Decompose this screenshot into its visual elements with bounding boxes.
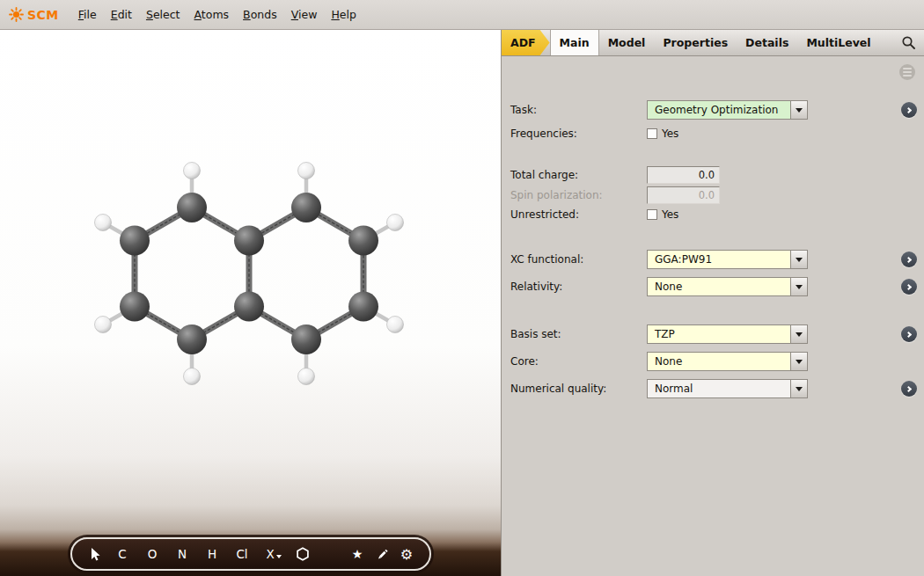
numerical-quality-details-button[interactable]	[901, 381, 917, 397]
xc-functional-select[interactable]: GGA:PW91	[647, 250, 808, 269]
tab-model[interactable]: Model	[599, 30, 655, 55]
chevron-down-icon	[796, 285, 803, 289]
element-button-cl[interactable]: Cl	[229, 543, 255, 565]
atom-H[interactable]	[184, 163, 201, 179]
unrestricted-row: Yes	[647, 208, 678, 222]
adf-tab[interactable]: ADF	[502, 30, 550, 55]
frequencies-row: Yes	[647, 127, 678, 141]
scm-logo-text: SCM	[27, 8, 59, 22]
atom-C[interactable]	[120, 226, 150, 256]
atom-C[interactable]	[120, 292, 150, 322]
element-button-o[interactable]: O	[139, 543, 165, 565]
atom-C[interactable]	[234, 292, 264, 322]
numerical-quality-button[interactable]	[790, 380, 807, 397]
core-button[interactable]	[790, 353, 807, 370]
search-icon	[901, 35, 916, 50]
atom-H[interactable]	[184, 368, 201, 385]
xc-functional-button[interactable]	[790, 251, 807, 268]
menu-edit[interactable]: Edit	[104, 4, 139, 26]
search-button[interactable]	[893, 30, 924, 55]
atom-C[interactable]	[177, 324, 207, 354]
relativity-button[interactable]	[790, 278, 807, 295]
spin-polarization-label: Spin polarization:	[510, 186, 603, 205]
atom-C[interactable]	[291, 324, 321, 354]
frequencies-option-label: Yes	[662, 128, 678, 140]
ring-tool-icon[interactable]	[292, 543, 313, 565]
scm-logo: SCM	[9, 7, 59, 22]
element-button-x[interactable]: X	[259, 543, 289, 565]
task-select-value: Geometry Optimization	[648, 101, 790, 119]
tabbar: ADF Main Model Properties Details MultiL…	[502, 30, 924, 56]
frequencies-checkbox[interactable]	[647, 128, 657, 139]
atom-H[interactable]	[95, 317, 112, 333]
atom-H[interactable]	[387, 317, 404, 333]
chevron-down-icon	[276, 555, 282, 558]
core-select[interactable]: None	[647, 352, 808, 371]
basis-set-label: Basis set:	[510, 324, 561, 344]
element-button-c[interactable]: C	[109, 543, 136, 565]
menu-bonds[interactable]: Bonds	[236, 4, 284, 26]
molecule-naphthalene[interactable]	[0, 30, 502, 575]
relativity-details-button[interactable]	[901, 279, 917, 295]
builder-toolbar: C O N H Cl X ★	[70, 537, 431, 571]
atom-H[interactable]	[298, 163, 315, 179]
menu-help[interactable]: Help	[324, 4, 363, 26]
tab-details[interactable]: Details	[737, 30, 797, 55]
scm-logo-icon	[9, 7, 24, 22]
atom-C[interactable]	[291, 193, 321, 222]
relativity-select[interactable]: None	[647, 277, 808, 296]
chevron-right-icon	[905, 331, 911, 337]
atom-C[interactable]	[177, 193, 207, 222]
chevron-down-icon	[796, 360, 803, 364]
panel-menu-icon[interactable]	[899, 64, 915, 80]
basis-set-select[interactable]: TZP	[647, 324, 808, 344]
atom-C[interactable]	[348, 292, 378, 322]
core-value: None	[648, 353, 790, 370]
core-label: Core:	[510, 352, 539, 371]
numerical-quality-select[interactable]: Normal	[647, 379, 808, 398]
basis-set-button[interactable]	[790, 325, 807, 343]
xc-details-button[interactable]	[901, 252, 917, 267]
menu-view[interactable]: View	[284, 4, 325, 26]
tab-main[interactable]: Main	[550, 30, 599, 55]
numerical-quality-value: Normal	[648, 380, 790, 397]
menu-atoms[interactable]: Atoms	[187, 4, 237, 26]
total-charge-input[interactable]	[647, 166, 720, 184]
pointer-tool-icon[interactable]	[84, 543, 106, 565]
star-icon[interactable]: ★	[347, 543, 368, 565]
relativity-label: Relativity:	[510, 277, 562, 296]
numerical-quality-label: Numerical quality:	[510, 379, 606, 398]
tab-multilevel[interactable]: MultiLevel	[797, 30, 879, 55]
pencil-icon[interactable]	[371, 543, 392, 565]
xc-functional-label: XC functional:	[510, 250, 583, 269]
atom-C[interactable]	[234, 226, 264, 256]
task-details-button[interactable]	[901, 102, 917, 118]
atom-H[interactable]	[95, 215, 112, 231]
unrestricted-checkbox[interactable]	[647, 209, 657, 220]
chevron-right-icon	[905, 106, 911, 113]
chevron-down-icon	[796, 258, 803, 262]
task-select[interactable]: Geometry Optimization	[647, 100, 808, 120]
chevron-down-icon	[796, 332, 803, 337]
molecule-viewport[interactable]: C O N H Cl X ★	[0, 30, 502, 576]
frequencies-label: Frequencies:	[510, 124, 577, 143]
menu-select[interactable]: Select	[139, 4, 187, 26]
gear-icon[interactable]: ⚙	[396, 543, 417, 565]
chevron-down-icon	[796, 387, 803, 391]
unrestricted-option-label: Yes	[662, 208, 678, 221]
tab-properties[interactable]: Properties	[654, 30, 737, 55]
adf-input-window: SCM File Edit Select Atoms Bonds View He…	[0, 0, 924, 576]
atom-H[interactable]	[387, 215, 404, 231]
atom-H[interactable]	[298, 368, 315, 385]
basis-details-button[interactable]	[901, 326, 917, 342]
menubar: SCM File Edit Select Atoms Bonds View He…	[0, 0, 924, 30]
task-select-button[interactable]	[790, 101, 807, 119]
menu-file[interactable]: File	[71, 4, 104, 26]
spin-polarization-input	[647, 186, 720, 204]
adf-panel: ADF Main Model Properties Details MultiL…	[502, 30, 924, 576]
atom-C[interactable]	[348, 226, 378, 256]
relativity-value: None	[648, 278, 790, 295]
element-button-n[interactable]: N	[169, 543, 195, 565]
task-label: Task:	[510, 100, 537, 120]
element-button-h[interactable]: H	[199, 543, 225, 565]
